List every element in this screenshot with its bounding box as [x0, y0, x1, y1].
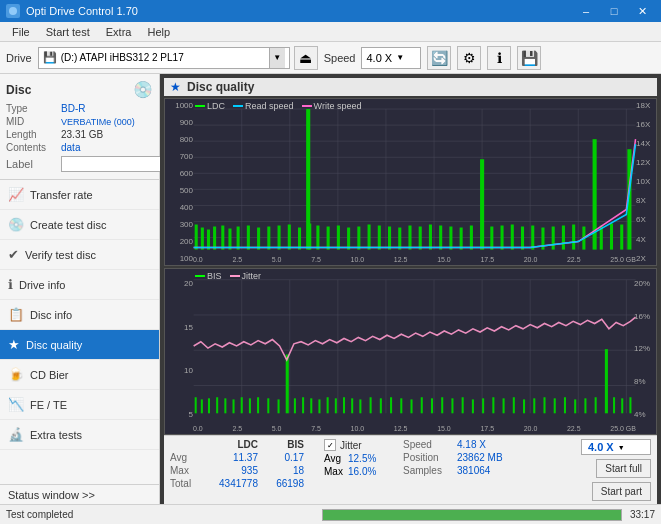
svg-rect-88 [267, 398, 269, 413]
svg-rect-27 [257, 228, 260, 250]
eject-button[interactable]: ⏏ [294, 46, 318, 70]
jitter-section: ✓ Jitter Avg 12.5% Max 16.0% [324, 439, 383, 477]
svg-rect-123 [605, 349, 608, 413]
ldc-legend-label: LDC [207, 101, 225, 111]
svg-rect-57 [552, 227, 555, 250]
svg-point-0 [9, 7, 17, 15]
start-part-button[interactable]: Start part [592, 482, 651, 501]
drive-selector[interactable]: 💾 (D:) ATAPI iHBS312 2 PL17 ▼ ⏏ [38, 46, 318, 70]
stats-header-row: LDC BIS [170, 439, 304, 450]
bis-chart-container: BIS Jitter 2015105 20%16%12%8%4% [164, 268, 657, 436]
svg-rect-124 [613, 397, 615, 413]
info-button[interactable]: ℹ [487, 46, 511, 70]
sidebar-item-label-verify-test-disc: Verify test disc [25, 249, 96, 261]
menu-start-test[interactable]: Start test [38, 24, 98, 40]
sidebar-item-fe-te[interactable]: 📉 FE / TE [0, 390, 159, 420]
close-button[interactable]: ✕ [629, 2, 655, 20]
drive-combo-box[interactable]: 💾 (D:) ATAPI iHBS312 2 PL17 ▼ [38, 47, 290, 69]
svg-rect-63 [610, 224, 613, 250]
svg-rect-113 [503, 398, 505, 413]
sidebar: Disc 💿 Type BD-R MID VERBATIMe (000) Len… [0, 74, 160, 504]
speed-display-arrow[interactable]: ▼ [618, 444, 625, 451]
svg-rect-108 [451, 398, 453, 413]
chart-title: Disc quality [187, 80, 254, 94]
jitter-legend-label: Jitter [242, 271, 262, 281]
minimize-button[interactable]: – [573, 2, 599, 20]
position-value: 23862 MB [457, 452, 503, 463]
svg-rect-28 [267, 227, 270, 250]
svg-rect-119 [564, 397, 566, 413]
progress-bar-container [322, 509, 622, 521]
sidebar-item-drive-info[interactable]: ℹ Drive info [0, 270, 159, 300]
svg-rect-40 [378, 226, 381, 250]
chart2-svg [165, 269, 656, 435]
svg-rect-125 [621, 398, 623, 413]
svg-rect-34 [316, 226, 319, 250]
samples-row: Samples 381064 [403, 465, 503, 476]
sidebar-item-label-disc-quality: Disc quality [26, 339, 82, 351]
read-speed-legend-dot [233, 105, 243, 107]
app-icon [6, 4, 20, 18]
disc-title: Disc [6, 83, 31, 97]
svg-rect-30 [288, 225, 291, 250]
svg-rect-114 [513, 397, 515, 413]
nav-section: 📈 Transfer rate 💿 Create test disc ✔ Ver… [0, 180, 159, 484]
save-button[interactable]: 💾 [517, 46, 541, 70]
menu-file[interactable]: File [4, 24, 38, 40]
sidebar-item-create-test-disc[interactable]: 💿 Create test disc [0, 210, 159, 240]
ldc-bis-table: LDC BIS Avg 11.37 0.17 Max 935 18 Total … [170, 439, 304, 489]
svg-rect-116 [533, 398, 535, 413]
drive-dropdown-arrow[interactable]: ▼ [269, 48, 285, 68]
jitter-header-row: ✓ Jitter [324, 439, 383, 451]
svg-rect-54 [521, 227, 524, 250]
sidebar-item-cd-bier[interactable]: 🍺 CD Bier [0, 360, 159, 390]
disc-type-value: BD-R [61, 103, 85, 114]
sidebar-item-extra-tests[interactable]: 🔬 Extra tests [0, 420, 159, 450]
speed-buttons-section: 4.0 X ▼ Start full Start part [523, 439, 651, 501]
disc-panel: Disc 💿 Type BD-R MID VERBATIMe (000) Len… [0, 74, 159, 180]
bis-legend-dot [195, 275, 205, 277]
speed-dropdown-arrow[interactable]: ▼ [396, 53, 404, 62]
disc-mid-value: VERBATIMe (000) [61, 117, 135, 127]
disc-label-label: Label [6, 158, 61, 170]
create-test-disc-icon: 💿 [8, 217, 24, 232]
sidebar-item-disc-info[interactable]: 📋 Disc info [0, 300, 159, 330]
max-row: Max 935 18 [170, 465, 304, 476]
position-label: Position [403, 452, 453, 463]
svg-rect-47 [449, 227, 452, 250]
speed-row: Speed 4.18 X [403, 439, 503, 450]
svg-rect-109 [462, 397, 464, 413]
jitter-checkbox[interactable]: ✓ [324, 439, 336, 451]
status-window-toggle[interactable]: Status window >> [0, 484, 159, 504]
svg-rect-79 [195, 397, 197, 413]
svg-rect-112 [492, 397, 494, 413]
svg-rect-36 [337, 226, 340, 250]
legend-write-speed: Write speed [302, 101, 362, 111]
refresh-button[interactable]: 🔄 [427, 46, 451, 70]
svg-rect-55 [531, 226, 534, 250]
svg-rect-89 [278, 399, 280, 413]
start-full-button[interactable]: Start full [596, 459, 651, 478]
menu-extra[interactable]: Extra [98, 24, 140, 40]
svg-rect-101 [380, 398, 382, 413]
sidebar-item-label-drive-info: Drive info [19, 279, 65, 291]
drive-name-text: (D:) ATAPI iHBS312 2 PL17 [61, 52, 265, 63]
speed-combo-box[interactable]: 4.0 X ▼ [361, 47, 421, 69]
settings-button[interactable]: ⚙ [457, 46, 481, 70]
sidebar-item-verify-test-disc[interactable]: ✔ Verify test disc [0, 240, 159, 270]
sidebar-item-label-fe-te: FE / TE [30, 399, 67, 411]
svg-rect-23 [221, 226, 224, 250]
speed-stat-label: Speed [403, 439, 453, 450]
menu-help[interactable]: Help [139, 24, 178, 40]
sidebar-item-transfer-rate[interactable]: 📈 Transfer rate [0, 180, 159, 210]
svg-rect-35 [327, 227, 330, 250]
svg-rect-19 [195, 225, 198, 250]
svg-rect-95 [327, 397, 329, 413]
sidebar-item-disc-quality[interactable]: ★ Disc quality [0, 330, 159, 360]
title-bar: Opti Drive Control 1.70 – □ ✕ [0, 0, 661, 22]
svg-rect-43 [408, 226, 411, 250]
drive-info-icon: ℹ [8, 277, 13, 292]
maximize-button[interactable]: □ [601, 2, 627, 20]
disc-contents-value: data [61, 142, 80, 153]
app-title: Opti Drive Control 1.70 [26, 5, 138, 17]
